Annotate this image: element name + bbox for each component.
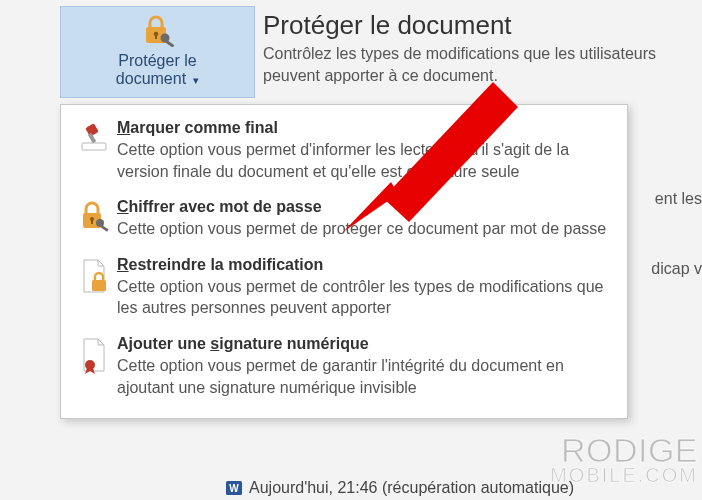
svg-rect-12 — [101, 225, 109, 232]
document-ribbon-icon — [73, 335, 117, 375]
menu-item-desc: Cette option vous permet de contrôler le… — [117, 276, 613, 319]
word-document-icon: W — [225, 479, 243, 497]
menu-item-title: Restreindre la modification — [117, 256, 613, 274]
menu-item-add-signature[interactable]: Ajouter une signature numérique Cette op… — [69, 329, 617, 408]
svg-rect-5 — [82, 143, 106, 150]
watermark: RODIGE MOBILE.COM — [550, 435, 698, 484]
document-lock-icon — [73, 256, 117, 296]
lock-key-icon — [73, 198, 117, 234]
menu-item-title: Ajouter une signature numérique — [117, 335, 613, 353]
menu-item-title: Chiffrer avec mot de passe — [117, 198, 613, 216]
protect-button-label: Protéger le document ▾ — [116, 52, 199, 89]
section-title: Protéger le document — [263, 10, 702, 41]
menu-item-restrict-editing[interactable]: Restreindre la modification Cette option… — [69, 250, 617, 329]
svg-rect-13 — [92, 280, 106, 291]
svg-rect-4 — [165, 40, 174, 47]
background-text: ent les — [655, 190, 702, 208]
menu-item-mark-final[interactable]: Marquer comme final Cette option vous pe… — [69, 113, 617, 192]
menu-item-encrypt-password[interactable]: Chiffrer avec mot de passe Cette option … — [69, 192, 617, 250]
lock-key-icon — [138, 13, 178, 50]
svg-rect-10 — [91, 220, 93, 224]
chevron-down-icon: ▾ — [190, 74, 199, 86]
protect-document-button[interactable]: Protéger le document ▾ — [60, 6, 255, 98]
menu-item-desc: Cette option vous permet d'informer les … — [117, 139, 613, 182]
svg-text:W: W — [229, 483, 239, 494]
protect-document-menu: Marquer comme final Cette option vous pe… — [60, 104, 628, 419]
background-text: dicap v — [651, 260, 702, 278]
svg-rect-7 — [88, 133, 96, 144]
stamp-icon — [73, 119, 117, 155]
menu-item-desc: Cette option vous permet de garantir l'i… — [117, 355, 613, 398]
menu-item-title: Marquer comme final — [117, 119, 613, 137]
recent-document-label: Aujourd'hui, 21:46 (récupération automat… — [249, 479, 574, 497]
menu-item-desc: Cette option vous permet de protéger ce … — [117, 218, 613, 240]
svg-rect-2 — [155, 35, 157, 39]
recent-document-entry[interactable]: W Aujourd'hui, 21:46 (récupération autom… — [225, 479, 574, 497]
section-subtitle: Contrôlez les types de modifications que… — [263, 43, 702, 86]
